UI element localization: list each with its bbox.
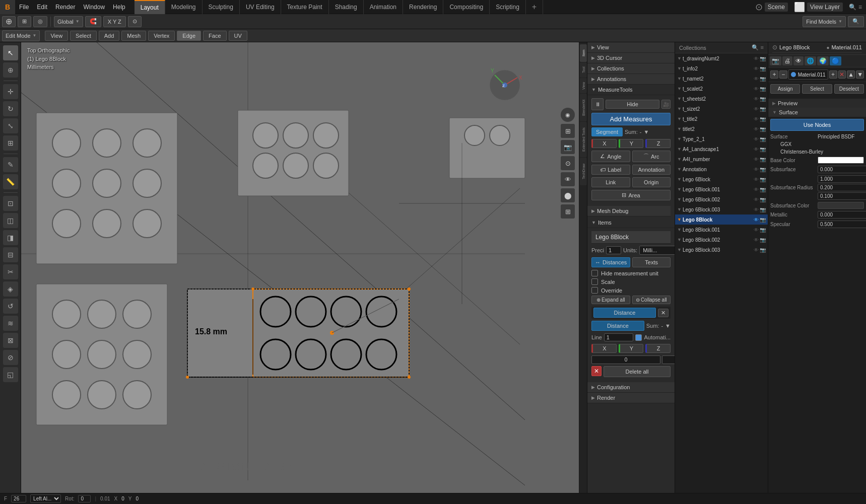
pm-world-tab[interactable]: 🌍: [817, 56, 829, 65]
coord-z-btn[interactable]: Z: [645, 344, 671, 353]
texts-btn[interactable]: Texts: [632, 257, 671, 267]
item-tab[interactable]: Item: [580, 44, 587, 62]
uv-mode-btn[interactable]: UV: [229, 31, 247, 41]
origin-btn[interactable]: Origin: [632, 177, 671, 187]
label-btn[interactable]: 🏷 Label: [591, 165, 630, 175]
pm-scene-tab[interactable]: 🌐: [805, 56, 816, 65]
sr1-input[interactable]: [818, 175, 866, 183]
pm-remove-material-btn[interactable]: −: [779, 70, 787, 79]
pm-up-slot-btn[interactable]: ▼: [856, 70, 864, 79]
tab-uv-editing[interactable]: UV Editing: [240, 0, 281, 14]
proportional-edit[interactable]: ⊙: [128, 16, 142, 27]
z-axis-btn[interactable]: Z: [645, 139, 671, 148]
left-al-select[interactable]: Left Al...: [30, 494, 61, 503]
angle-btn[interactable]: ∠ Angle: [591, 151, 630, 162]
outliner-item-a4i-number[interactable]: ▼ A4I_number 👁📷: [675, 154, 768, 164]
snap-btn[interactable]: ⊞: [18, 16, 31, 27]
assign-btn[interactable]: Assign: [770, 84, 800, 94]
tab-scripting[interactable]: Scripting: [490, 0, 526, 14]
measure-tools-header[interactable]: ▼ MeasureTools: [587, 85, 675, 95]
global-transform-dropdown[interactable]: Global ▼: [54, 16, 83, 27]
subsurface-color-swatch[interactable]: [818, 202, 864, 209]
outliner-item-t-scalet[interactable]: ▼ t_scalet2 👁📷: [675, 84, 768, 94]
select-tool-icon[interactable]: ↖: [3, 45, 18, 60]
preci-input[interactable]: [606, 246, 621, 254]
specular-input[interactable]: [818, 221, 866, 228]
override-cb[interactable]: [591, 287, 598, 294]
base-color-swatch[interactable]: [818, 157, 864, 164]
transform-pivot-btn[interactable]: ⊕: [2, 16, 16, 27]
delete-x-btn[interactable]: ✕: [591, 366, 602, 376]
line-value-input[interactable]: [604, 333, 634, 341]
annotate-icon[interactable]: ✎: [3, 157, 18, 172]
outliner-item-t-title[interactable]: ▼ t_title2 👁📷: [675, 114, 768, 124]
tab-sculpting[interactable]: Sculpting: [203, 0, 240, 14]
cursor-section-header[interactable]: ▶ 3D Cursor: [587, 53, 675, 63]
view-tab[interactable]: View: [580, 78, 587, 93]
distances-btn[interactable]: ↔ Distances: [591, 257, 630, 267]
annotation-btn[interactable]: Annotation: [632, 165, 671, 175]
add-measures-btn[interactable]: Add Measures: [591, 113, 671, 125]
add-mode-btn[interactable]: Add: [99, 31, 120, 41]
blenderkit-tab[interactable]: BlenderKit: [580, 94, 587, 121]
menu-window[interactable]: Window: [79, 2, 109, 13]
outliner-item-t-sizet[interactable]: ▼ t_sizet2 👁📷: [675, 104, 768, 114]
outliner-filter-icon[interactable]: ≡: [761, 44, 764, 51]
menu-help[interactable]: Help: [109, 2, 129, 13]
view-mode-btn[interactable]: View: [45, 31, 68, 41]
pm-material-tab[interactable]: 🔵: [830, 56, 841, 65]
outliner-item-lego8block-001[interactable]: ▼ Lego 8Block.001 👁📷: [675, 225, 768, 235]
tab-texture-paint[interactable]: Texture Paint: [281, 0, 329, 14]
zoom-extents-btn[interactable]: ⊞: [561, 124, 575, 138]
hide-btn[interactable]: Hide: [606, 100, 659, 109]
measure-icon[interactable]: 📏: [3, 174, 18, 189]
collections-section-header[interactable]: ▶ Collections: [587, 63, 675, 74]
tab-modeling[interactable]: Modeling: [165, 0, 203, 14]
annotations-section-header[interactable]: ▶ Annotations: [587, 74, 675, 85]
tab-animation[interactable]: Animation: [364, 0, 403, 14]
mesh-debug-header[interactable]: ▶ Mesh Debug: [587, 206, 671, 217]
deselect-btn[interactable]: Deselect: [834, 84, 864, 94]
pause-btn[interactable]: ⏸: [591, 98, 604, 110]
edge-mode-btn[interactable]: Edge: [177, 31, 201, 41]
outliner-item-lego6block-001[interactable]: ▼ Lego 6Block.001 👁📷: [675, 184, 768, 194]
viewport-area[interactable]: Top Orthographic (1) Lego 8Block Millime…: [21, 42, 579, 493]
camera-btn[interactable]: 📷: [561, 140, 575, 154]
outliner-item-lego6block-002[interactable]: ▼ Lego 6Block.002 👁📷: [675, 194, 768, 204]
pm-del-slot-btn[interactable]: ✕: [838, 70, 846, 79]
perspective-gizmo[interactable]: ◉: [561, 108, 575, 122]
coord-x-btn[interactable]: X: [591, 344, 617, 353]
pm-render-tab[interactable]: 📷: [770, 56, 781, 65]
tab-compositing[interactable]: Compositing: [443, 0, 490, 14]
shrink-icon[interactable]: ⊘: [3, 350, 18, 365]
rot-value-input[interactable]: [78, 495, 91, 502]
tab-add[interactable]: +: [526, 0, 543, 14]
automati-cb[interactable]: [635, 334, 642, 341]
edit-mode-dropdown[interactable]: Edit Mode ▼: [2, 30, 40, 41]
face-mode-btn[interactable]: Face: [203, 31, 226, 41]
outliner-item-a4-landscape[interactable]: ▼ A4_Landscape1 👁📷: [675, 144, 768, 154]
select-mode-btn[interactable]: Select: [70, 31, 97, 41]
search-btn[interactable]: 🔍: [848, 16, 864, 27]
view-section-header[interactable]: ▶ View: [587, 42, 675, 53]
outliner-item-lego8block-002[interactable]: ▼ Lego 8Block.002 👁📷: [675, 235, 768, 245]
menu-file[interactable]: File: [15, 2, 33, 13]
segment-btn[interactable]: Segment: [591, 127, 623, 136]
y-coord-input[interactable]: [662, 355, 675, 364]
snap-icon-btn[interactable]: 🧲: [85, 16, 101, 27]
menu-render[interactable]: Render: [51, 2, 79, 13]
transform-tool-icon[interactable]: ⊞: [3, 135, 18, 151]
render-btn[interactable]: ⊙: [561, 156, 575, 170]
metallic-input[interactable]: [818, 211, 866, 219]
edge-slide-icon[interactable]: ⊠: [3, 333, 18, 348]
f-value-input[interactable]: [11, 495, 26, 502]
items-section-header[interactable]: ▼ Items: [587, 218, 675, 228]
outliner-item-t-sheetst[interactable]: ▼ t_sheetst2 👁📷: [675, 94, 768, 104]
overlay-btn[interactable]: 👁: [561, 172, 575, 186]
pm-view-tab[interactable]: 👁: [793, 56, 804, 65]
subsurface-input[interactable]: [818, 166, 866, 173]
dist-sum-caret[interactable]: ▼: [665, 323, 671, 329]
pm-add-material-btn[interactable]: +: [770, 70, 778, 79]
area-btn[interactable]: ⊟ Area: [591, 190, 671, 200]
sum-caret[interactable]: ▼: [643, 129, 649, 135]
